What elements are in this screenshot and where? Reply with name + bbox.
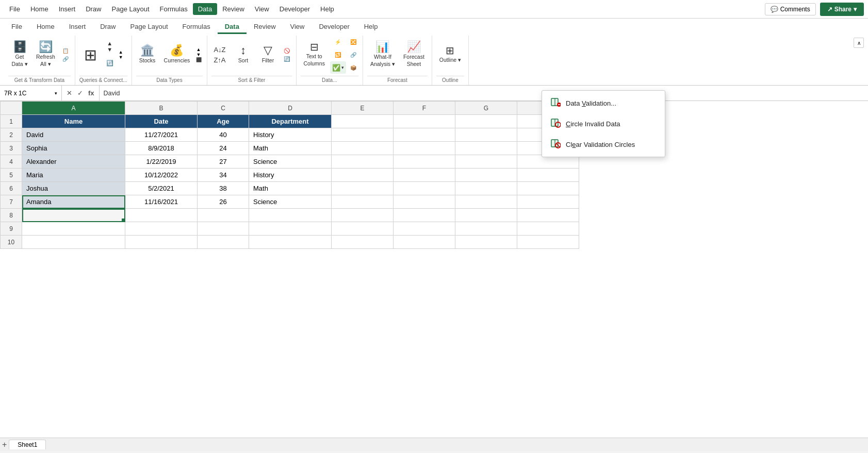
cell-B7[interactable]: 11/16/2021	[125, 195, 198, 209]
tab-home[interactable]: Home	[29, 21, 62, 34]
row-header-8[interactable]: 8	[1, 209, 22, 222]
cell-G4[interactable]	[455, 155, 517, 169]
queries-connections-button[interactable]: ⊞	[79, 43, 102, 67]
data-validation-button[interactable]: ✅ ▾	[330, 61, 346, 74]
relationships-button[interactable]: 🔗	[348, 48, 358, 61]
tab-page-layout[interactable]: Page Layout	[123, 21, 175, 34]
spreadsheet[interactable]: A B C D E F G H 1 Name Date Age Departm	[0, 101, 868, 438]
cell-F5[interactable]	[394, 169, 455, 182]
cell-B5[interactable]: 10/12/2022	[125, 169, 198, 182]
cell-C7[interactable]: 26	[198, 195, 249, 209]
cell-H5[interactable]	[517, 169, 579, 182]
menu-item-formulas[interactable]: Formulas	[155, 3, 193, 15]
row-header-5[interactable]: 5	[1, 169, 22, 182]
col-header-D[interactable]: D	[249, 102, 332, 115]
menu-item-developer[interactable]: Developer	[274, 3, 315, 15]
cell-E1[interactable]	[332, 115, 394, 128]
cell-D3[interactable]: Math	[249, 142, 332, 155]
menu-item-file[interactable]: File	[4, 3, 25, 15]
cell-B6[interactable]: 5/2/2021	[125, 182, 198, 195]
cell-G9[interactable]	[455, 222, 517, 236]
formula-input[interactable]: David	[100, 86, 868, 100]
name-box[interactable]: 7R x 1C ▾	[0, 86, 62, 100]
cell-E10[interactable]	[332, 236, 394, 249]
cell-G6[interactable]	[455, 182, 517, 195]
cell-A9[interactable]	[22, 222, 125, 236]
menu-item-data[interactable]: Data	[193, 3, 217, 15]
cell-A6[interactable]: Joshua	[22, 182, 125, 195]
menu-item-draw[interactable]: Draw	[80, 3, 106, 15]
cell-G2[interactable]	[455, 128, 517, 142]
cell-C4[interactable]: 27	[198, 155, 249, 169]
cell-H9[interactable]	[517, 222, 579, 236]
cell-D7[interactable]: Science	[249, 195, 332, 209]
row-header-3[interactable]: 3	[1, 142, 22, 155]
sort-descending-button[interactable]: 🔃	[104, 55, 116, 72]
reapply-button[interactable]: 🔄	[282, 55, 292, 63]
tab-view[interactable]: View	[283, 21, 312, 34]
clear-filter-button[interactable]: 🚫	[282, 47, 292, 55]
data-types-scroll-down[interactable]: ▼	[196, 52, 202, 57]
cell-G5[interactable]	[455, 169, 517, 182]
menu-item-clear-validation[interactable]: Clear Validation Circles	[542, 134, 665, 155]
cell-D5[interactable]: History	[249, 169, 332, 182]
cell-G10[interactable]	[455, 236, 517, 249]
cell-G1[interactable]	[455, 115, 517, 128]
properties-button[interactable]: 📋	[60, 47, 71, 55]
add-sheet-icon[interactable]: +	[2, 440, 7, 449]
outline-button[interactable]: ⊞ Outline ▾	[436, 43, 464, 66]
text-to-columns-button[interactable]: ⊟ Text toColumns	[301, 40, 328, 69]
cell-F2[interactable]	[394, 128, 455, 142]
cell-B2[interactable]: 11/27/2021	[125, 128, 198, 142]
cell-F9[interactable]	[394, 222, 455, 236]
cell-E5[interactable]	[332, 169, 394, 182]
cell-F6[interactable]	[394, 182, 455, 195]
col-header-E[interactable]: E	[332, 102, 394, 115]
col-header-G[interactable]: G	[455, 102, 517, 115]
cell-D4[interactable]: Science	[249, 155, 332, 169]
ribbon-collapse-button[interactable]: ∧	[854, 38, 864, 48]
sort-button[interactable]: ↕️ Sort	[232, 43, 255, 66]
cell-E4[interactable]	[332, 155, 394, 169]
cell-F10[interactable]	[394, 236, 455, 249]
cell-F8[interactable]	[394, 209, 455, 222]
cell-D6[interactable]: Math	[249, 182, 332, 195]
cell-F3[interactable]	[394, 142, 455, 155]
cell-H6[interactable]	[517, 182, 579, 195]
cell-A7[interactable]: Amanda	[22, 195, 125, 209]
data-validation-dropdown-arrow[interactable]: ▾	[341, 65, 344, 70]
tab-file[interactable]: File	[4, 21, 29, 34]
col-header-C[interactable]: C	[198, 102, 249, 115]
formula-confirm-icon[interactable]: ✓	[76, 88, 85, 98]
cell-E9[interactable]	[332, 222, 394, 236]
cell-G8[interactable]	[455, 209, 517, 222]
cell-E8[interactable]	[332, 209, 394, 222]
row-header-10[interactable]: 10	[1, 236, 22, 249]
menu-item-help[interactable]: Help	[315, 3, 339, 15]
cell-A3[interactable]: Sophia	[22, 142, 125, 155]
cell-F4[interactable]	[394, 155, 455, 169]
menu-item-data-validation[interactable]: Data Validation...	[542, 93, 665, 113]
consolidate-button[interactable]: 🔀	[348, 36, 358, 48]
what-if-analysis-button[interactable]: 📊 What-IfAnalysis ▾	[367, 39, 398, 70]
cell-H8[interactable]	[517, 209, 579, 222]
cell-A8[interactable]	[22, 209, 125, 222]
row-header-6[interactable]: 6	[1, 182, 22, 195]
data-types-scroll-up[interactable]: ▲	[196, 47, 202, 52]
cell-G7[interactable]	[455, 195, 517, 209]
cell-B9[interactable]	[125, 222, 198, 236]
refresh-all-button[interactable]: 🔄 RefreshAll ▾	[33, 39, 58, 70]
formula-cancel-icon[interactable]: ✕	[65, 88, 74, 98]
cell-G3[interactable]	[455, 142, 517, 155]
cell-C9[interactable]	[198, 222, 249, 236]
row-header-7[interactable]: 7	[1, 195, 22, 209]
tab-help[interactable]: Help	[357, 21, 385, 34]
cell-E3[interactable]	[332, 142, 394, 155]
tab-insert[interactable]: Insert	[62, 21, 93, 34]
row-header-2[interactable]: 2	[1, 128, 22, 142]
cell-C10[interactable]	[198, 236, 249, 249]
row-header-9[interactable]: 9	[1, 222, 22, 236]
tab-data[interactable]: Data	[218, 21, 247, 34]
tab-developer[interactable]: Developer	[312, 21, 356, 34]
cell-F1[interactable]	[394, 115, 455, 128]
